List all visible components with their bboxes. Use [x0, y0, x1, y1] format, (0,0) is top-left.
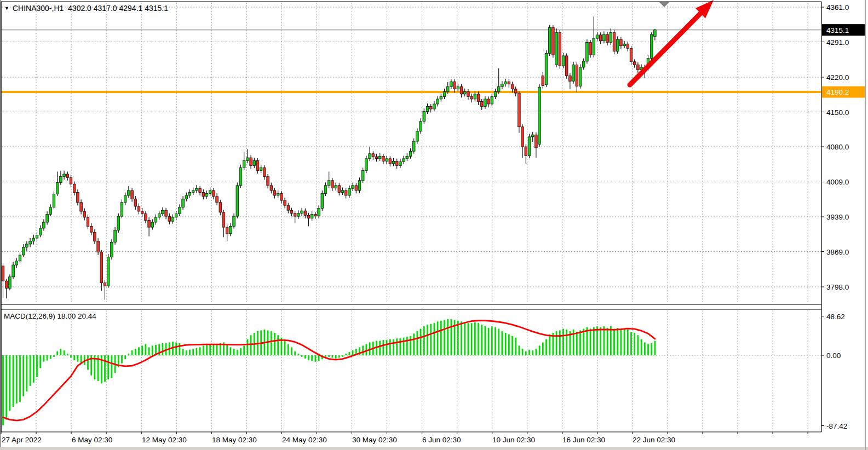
- candle-bearish: [511, 84, 514, 89]
- macd-histogram-bar: [304, 355, 306, 359]
- candle-bearish: [134, 199, 137, 206]
- candle-bearish: [273, 191, 276, 195]
- macd-histogram-bar: [556, 331, 557, 355]
- macd-histogram-bar: [620, 328, 622, 355]
- candle-bearish: [219, 203, 222, 212]
- macd-histogram-bar: [651, 343, 652, 355]
- candle-bullish: [409, 151, 412, 156]
- macd-histogram-bar: [186, 350, 187, 355]
- candle-bullish: [196, 188, 198, 191]
- macd-axis-label: -87.42: [826, 422, 847, 430]
- candle-bullish: [12, 265, 15, 277]
- candle-bullish: [484, 99, 487, 107]
- candle-bearish: [307, 215, 310, 218]
- candle-bearish: [480, 101, 483, 106]
- macd-histogram-bar: [5, 355, 7, 420]
- macd-histogram-bar: [379, 341, 381, 355]
- price-axis-label: 4361.0: [826, 3, 849, 11]
- macd-histogram-bar: [451, 319, 452, 355]
- candle-bearish: [599, 35, 602, 41]
- macd-histogram-bar: [502, 331, 503, 355]
- macd-histogram-bar: [519, 345, 520, 355]
- price-axis-label: 4220.0: [826, 73, 849, 82]
- hline-price-badge-label: 4190.2: [826, 88, 849, 96]
- candle-bearish: [199, 188, 202, 192]
- candle-bearish: [637, 65, 640, 70]
- candle-bullish: [504, 82, 507, 84]
- chart-window: 4361.04291.04220.04150.04080.04009.03939…: [0, 0, 868, 450]
- macd-histogram-bar: [400, 338, 401, 355]
- candle-bullish: [192, 191, 194, 193]
- candle-bullish: [111, 242, 113, 257]
- macd-histogram-bar: [274, 333, 275, 355]
- macd-histogram-bar: [478, 323, 479, 355]
- macd-histogram-bar: [199, 347, 201, 355]
- macd-histogram-bar: [590, 328, 591, 355]
- macd-indicator-label: MACD(12,26,9) 18.00 20.44: [4, 312, 96, 320]
- macd-histogram-bar: [515, 338, 516, 355]
- macd-histogram-bar: [498, 328, 499, 355]
- candle-bearish: [576, 65, 578, 86]
- macd-histogram-bar: [73, 355, 75, 360]
- candle-bearish: [66, 174, 69, 177]
- macd-histogram-bar: [539, 345, 541, 355]
- macd-histogram-bar: [440, 321, 442, 355]
- candle-bearish: [559, 32, 561, 66]
- macd-histogram-bar: [70, 355, 72, 357]
- macd-histogram-bar: [148, 347, 150, 355]
- candle-bullish: [19, 255, 21, 261]
- macd-histogram-bar: [654, 341, 656, 355]
- candle-bearish: [284, 200, 286, 205]
- candle-bullish: [179, 207, 181, 214]
- candle-bearish: [569, 76, 572, 81]
- candle-bearish: [429, 107, 432, 109]
- candle-bearish: [344, 191, 347, 195]
- time-axis-label: 22 Jun 02:30: [633, 436, 675, 444]
- candle-bullish: [446, 86, 449, 91]
- candle-bullish: [352, 186, 354, 188]
- candle-bullish: [426, 107, 429, 112]
- candle-bullish: [596, 35, 599, 38]
- candle-bearish: [148, 220, 151, 227]
- candle-bullish: [60, 177, 62, 183]
- candle-bullish: [378, 156, 381, 159]
- macd-histogram-bar: [491, 326, 493, 355]
- candle-bullish: [361, 171, 364, 181]
- candle-bullish: [324, 186, 327, 194]
- macd-histogram-bar: [511, 336, 513, 355]
- symbol-dropdown-icon[interactable]: ▼: [4, 5, 9, 11]
- candle-bullish: [450, 82, 453, 86]
- candle-bullish: [403, 159, 405, 161]
- candle-bullish: [301, 211, 303, 214]
- time-axis-label: 10 Jun 02:30: [492, 436, 535, 444]
- candle-bearish: [521, 127, 524, 147]
- chart-surface[interactable]: 4361.04291.04220.04150.04080.04009.03939…: [0, 0, 868, 450]
- candle-bearish: [73, 184, 76, 192]
- macd-histogram-bar: [318, 355, 320, 361]
- candle-bullish: [538, 87, 541, 144]
- macd-histogram-bar: [464, 322, 465, 355]
- macd-histogram-bar: [579, 330, 581, 355]
- macd-histogram-bar: [468, 323, 469, 355]
- macd-histogram-bar: [2, 355, 4, 425]
- macd-histogram-bar: [389, 339, 391, 355]
- macd-histogram-bar: [67, 354, 68, 355]
- candle-bullish: [124, 195, 127, 203]
- candle-bearish: [2, 266, 4, 281]
- candle-bullish: [9, 277, 12, 289]
- macd-histogram-bar: [410, 336, 411, 355]
- macd-histogram-bar: [247, 339, 249, 355]
- candle-bearish: [626, 44, 629, 48]
- macd-histogram-bar: [311, 355, 313, 361]
- macd-histogram-bar: [277, 335, 279, 355]
- candle-bullish: [572, 65, 575, 81]
- candle-bearish: [280, 193, 283, 200]
- candle-bullish: [15, 261, 18, 265]
- candle-bearish: [542, 76, 544, 85]
- macd-histogram-bar: [30, 355, 31, 386]
- time-axis-label: 16 Jun 02:30: [562, 436, 605, 444]
- macd-histogram-bar: [427, 325, 428, 355]
- macd-histogram-bar: [420, 328, 422, 355]
- time-axis-label: 18 May 02:30: [212, 436, 257, 444]
- macd-histogram-bar: [43, 355, 45, 362]
